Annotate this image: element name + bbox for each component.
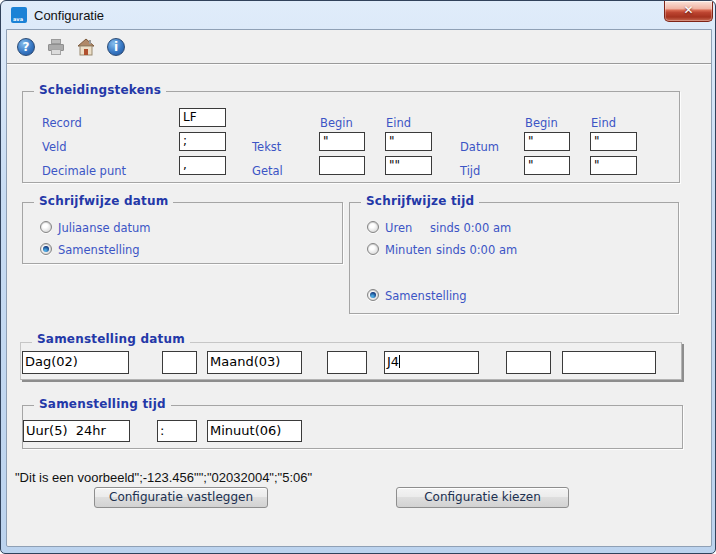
configuratie-vastleggen-button[interactable]: Configuratie vastleggen xyxy=(94,487,268,508)
window: ava Configuratie ✕ ? i Scheidingstekens … xyxy=(0,0,716,554)
print-icon[interactable] xyxy=(47,38,65,56)
window-title: Configuratie xyxy=(34,8,104,23)
group-samenstelling-datum: Samenstelling datum Dag(02) Maand(03) J4 xyxy=(20,342,682,380)
datum-field-3[interactable]: Maand(03) xyxy=(207,351,302,374)
getal-eind-input[interactable]: "" xyxy=(385,156,432,175)
tekst-begin-input[interactable]: " xyxy=(319,132,365,151)
getal-label: Getal xyxy=(252,165,283,178)
getal-begin-input[interactable] xyxy=(319,156,365,175)
datum-field-4[interactable] xyxy=(327,351,367,374)
veld-input[interactable]: ; xyxy=(179,132,226,151)
group-title: Samenstelling tijd xyxy=(34,397,171,411)
group-scheidingstekens: Scheidingstekens Record Veld Decimale pu… xyxy=(22,91,680,183)
datum-field-1[interactable]: Dag(02) xyxy=(22,351,129,374)
group-title: Schrijfwijze tijd xyxy=(361,194,479,208)
radio-label[interactable]: Juliaanse datum xyxy=(58,222,151,235)
datum-label: Datum xyxy=(460,141,499,154)
group-title: Samenstelling datum xyxy=(32,332,190,346)
radio-label[interactable]: Uren xyxy=(385,222,412,235)
help-icon[interactable]: ? xyxy=(17,38,35,56)
app-icon: ava xyxy=(11,7,27,23)
radio-juliaanse-datum[interactable] xyxy=(40,221,52,233)
group-title: Scheidingstekens xyxy=(34,83,166,97)
radio-minuten[interactable] xyxy=(367,243,379,255)
radio-uren[interactable] xyxy=(367,221,379,233)
datum-eind-input[interactable]: " xyxy=(590,132,637,151)
datum-field-2[interactable] xyxy=(162,351,197,374)
tijd-eind-input[interactable]: " xyxy=(590,156,637,175)
group-schrijfwijze-tijd: Schrijfwijze tijd Uren sinds 0:00 am Min… xyxy=(349,202,679,314)
record-label: Record xyxy=(42,117,82,130)
preview-text: "Dit is een voorbeeld";-123.456"";"02032… xyxy=(15,470,312,485)
radio-label[interactable]: Samenstelling xyxy=(385,290,467,303)
tijd-field-1[interactable]: Uur(5) 24hr xyxy=(23,420,130,442)
tijd-field-3[interactable]: Minuut(06) xyxy=(207,420,302,442)
radio-suffix: sinds 0:00 am xyxy=(430,222,511,235)
close-icon: ✕ xyxy=(683,3,693,17)
begin-header-2: Begin xyxy=(525,117,558,130)
tekst-label: Tekst xyxy=(252,141,281,154)
home-icon[interactable] xyxy=(77,38,95,56)
datum-field-5[interactable]: J4 xyxy=(384,351,479,374)
info-icon[interactable]: i xyxy=(107,38,125,56)
group-schrijfwijze-datum: Schrijfwijze datum Juliaanse datum Samen… xyxy=(22,202,343,264)
text-cursor xyxy=(399,355,400,368)
eind-header-1: Eind xyxy=(386,117,411,130)
decimale-punt-input[interactable]: , xyxy=(179,156,226,175)
veld-label: Veld xyxy=(42,141,67,154)
begin-header-1: Begin xyxy=(320,117,353,130)
eind-header-2: Eind xyxy=(591,117,616,130)
group-title: Schrijfwijze datum xyxy=(34,194,173,208)
tijd-field-2[interactable]: : xyxy=(157,420,197,442)
radio-samenstelling-datum[interactable] xyxy=(40,243,52,255)
datum-field-7[interactable] xyxy=(562,351,656,374)
configuratie-kiezen-button[interactable]: Configuratie kiezen xyxy=(396,487,569,508)
record-input[interactable]: LF xyxy=(179,108,226,127)
decimale-punt-label: Decimale punt xyxy=(42,165,126,178)
tijd-begin-input[interactable]: " xyxy=(524,156,570,175)
radio-label[interactable]: Minuten xyxy=(385,244,432,257)
datum-field-6[interactable] xyxy=(506,351,551,374)
tijd-label: Tijd xyxy=(460,165,480,178)
tekst-eind-input[interactable]: " xyxy=(385,132,432,151)
radio-suffix: sinds 0:00 am xyxy=(436,244,517,257)
close-button[interactable]: ✕ xyxy=(664,1,713,22)
datum-begin-input[interactable]: " xyxy=(524,132,570,151)
radio-label[interactable]: Samenstelling xyxy=(58,244,140,257)
radio-samenstelling-tijd[interactable] xyxy=(367,289,379,301)
title-bar[interactable]: ava Configuratie ✕ xyxy=(1,1,715,29)
group-samenstelling-tijd: Samenstelling tijd Uur(5) 24hr : Minuut(… xyxy=(22,405,683,449)
